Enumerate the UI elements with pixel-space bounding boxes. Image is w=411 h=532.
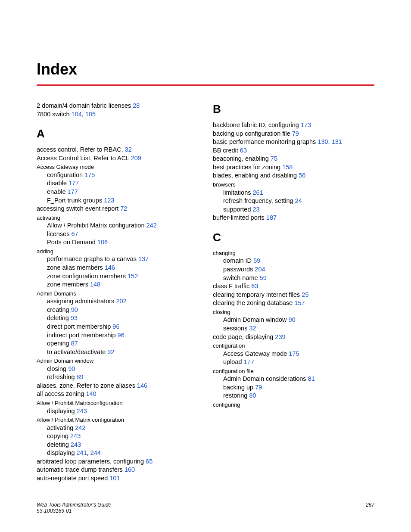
page-reference-link[interactable]: 72 (120, 205, 127, 212)
index-entry: 2 domain/4 domain fabric licenses 28 (37, 102, 198, 110)
page-reference-link[interactable]: 106 (97, 239, 108, 246)
page-reference-link[interactable]: 243 (70, 432, 81, 439)
index-entry-text: Allow / Prohibit Matrix configuration (47, 222, 146, 229)
page-reference-link[interactable]: 89 (77, 373, 84, 380)
index-entry-text: all access zoning (37, 390, 86, 397)
page-reference-link[interactable]: 243 (77, 408, 87, 414)
page-reference-link[interactable]: 152 (128, 273, 138, 280)
page-reference-link[interactable]: 123 (104, 197, 114, 204)
page-reference-link[interactable]: 160 (125, 466, 135, 473)
index-subentry: indirect port membership 96 (37, 331, 198, 340)
index-entry: Access Control List. Refer to ACL 209 (37, 154, 198, 163)
page-reference-link[interactable]: 244 (90, 449, 101, 456)
page-reference-link[interactable]: 90 (68, 365, 75, 372)
index-entry-text: beaconing, enabling (213, 155, 271, 162)
page-reference-link[interactable]: 25 (302, 291, 308, 298)
page-reference-link[interactable]: 204 (255, 266, 265, 273)
page-reference-link[interactable]: 187 (266, 214, 277, 221)
page-reference-link[interactable]: 79 (255, 384, 262, 391)
page-reference-link[interactable]: 130 (318, 138, 328, 145)
page-reference-link[interactable]: 65 (146, 458, 153, 465)
page-reference-link[interactable]: 175 (84, 171, 95, 178)
index-subentry: zone configuration members 152 (37, 272, 198, 281)
page-reference-link[interactable]: 59 (260, 274, 267, 281)
page-reference-link[interactable]: 32 (249, 325, 256, 332)
page-reference-link[interactable]: 81 (308, 375, 315, 382)
page-reference-link[interactable]: 96 (112, 323, 119, 330)
page-reference-link[interactable]: 24 (295, 197, 302, 204)
page-reference-link[interactable]: 175 (289, 350, 299, 357)
index-entry-text: 7800 switch (37, 111, 72, 118)
page-reference-link[interactable]: 32 (125, 146, 132, 153)
page-reference-link[interactable]: 105 (85, 111, 96, 118)
page-reference-link[interactable]: 177 (68, 180, 79, 187)
page-reference-link[interactable]: 239 (275, 333, 285, 340)
index-entry-text: clearing the zoning database (213, 299, 294, 306)
index-group-label: closing (213, 308, 374, 316)
page-reference-link[interactable]: 173 (301, 121, 311, 128)
page-reference-link[interactable]: 243 (71, 441, 81, 448)
index-entry-text: zone configuration members (47, 273, 128, 280)
page-reference-link[interactable]: 202 (116, 298, 126, 305)
page-reference-link[interactable]: 137 (138, 255, 149, 262)
index-entry-text: enable (47, 188, 68, 195)
index-subentry: zone members 148 (37, 280, 198, 289)
index-columns: 2 domain/4 domain fabric licenses 287800… (37, 102, 374, 483)
index-subentry: domain ID 59 (213, 257, 374, 265)
page-reference-link[interactable]: 67 (71, 230, 78, 237)
page-reference-link[interactable]: 56 (299, 172, 305, 179)
page-reference-link[interactable]: 131 (332, 138, 342, 145)
page-reference-link[interactable]: 63 (251, 283, 258, 289)
page-reference-link[interactable]: 75 (271, 155, 277, 162)
page-reference-link[interactable]: 23 (253, 206, 260, 213)
page-reference-link[interactable]: 158 (282, 164, 293, 171)
page-reference-link[interactable]: 79 (292, 130, 299, 137)
page-reference-link[interactable]: 92 (107, 348, 114, 355)
page-reference-link[interactable]: 177 (244, 358, 254, 365)
page-reference-link[interactable]: 242 (146, 222, 157, 229)
page-reference-link[interactable]: 242 (75, 424, 85, 431)
page-reference-link[interactable]: 177 (68, 188, 78, 195)
page-reference-link[interactable]: 146 (137, 382, 147, 389)
index-entry-text: accessing switch event report (37, 205, 120, 212)
footer-doc-id: 53-1003169-01 (37, 508, 111, 514)
page-reference-link[interactable]: 140 (86, 390, 96, 397)
index-entry: code page, displaying 239 (213, 333, 374, 342)
index-group-label: adding (37, 248, 198, 255)
index-entry-text: passwords (223, 266, 255, 273)
page-reference-link[interactable]: 87 (71, 340, 78, 347)
page-reference-link[interactable]: 59 (253, 257, 260, 264)
page-reference-link[interactable]: 90 (289, 316, 296, 323)
index-entry: access control. Refer to RBAC. 32 (37, 146, 198, 154)
page-reference-link[interactable]: 148 (90, 281, 100, 288)
index-entry-text: arbitrated loop parameters, configuring (37, 458, 146, 465)
page-reference-link[interactable]: 80 (249, 392, 256, 399)
index-entry-text: automatic trace dump transfers (37, 466, 125, 473)
page-reference-link[interactable]: 261 (253, 189, 263, 196)
footer-page-number: 267 (366, 502, 374, 514)
index-entry-text: Ports on Demand (47, 239, 97, 246)
index-entry-text: copying (47, 432, 70, 439)
index-entry-text: performance graphs to a canvas (47, 255, 138, 262)
index-entry-text: closing (47, 365, 68, 372)
index-subentry: refresh frequency, setting 24 (213, 197, 374, 205)
index-entry: automatic trace dump transfers 160 (37, 466, 198, 474)
page-reference-link[interactable]: 104 (72, 111, 82, 118)
page-reference-link[interactable]: 63 (240, 147, 247, 154)
page-reference-link[interactable]: 90 (71, 306, 78, 313)
page-reference-link[interactable]: 146 (105, 264, 115, 271)
page-reference-link[interactable]: 157 (294, 299, 305, 306)
index-entry-text: switch name (223, 274, 260, 281)
title-rule (37, 84, 374, 86)
page-reference-link[interactable]: 96 (118, 332, 125, 339)
index-group-label: Admin Domain window (37, 357, 198, 365)
page-reference-link[interactable]: 209 (131, 155, 141, 162)
index-entry-text: Admin Domain considerations (223, 375, 308, 382)
page-reference-link[interactable]: 241 (77, 449, 87, 456)
index-subentry: copying 243 (37, 432, 198, 441)
page-reference-link[interactable]: 28 (133, 102, 140, 109)
index-entry-text: displaying (47, 408, 77, 414)
page-reference-link[interactable]: 93 (71, 314, 78, 321)
page-reference-link[interactable]: 101 (109, 475, 120, 482)
index-entry-text: upload (223, 358, 244, 365)
